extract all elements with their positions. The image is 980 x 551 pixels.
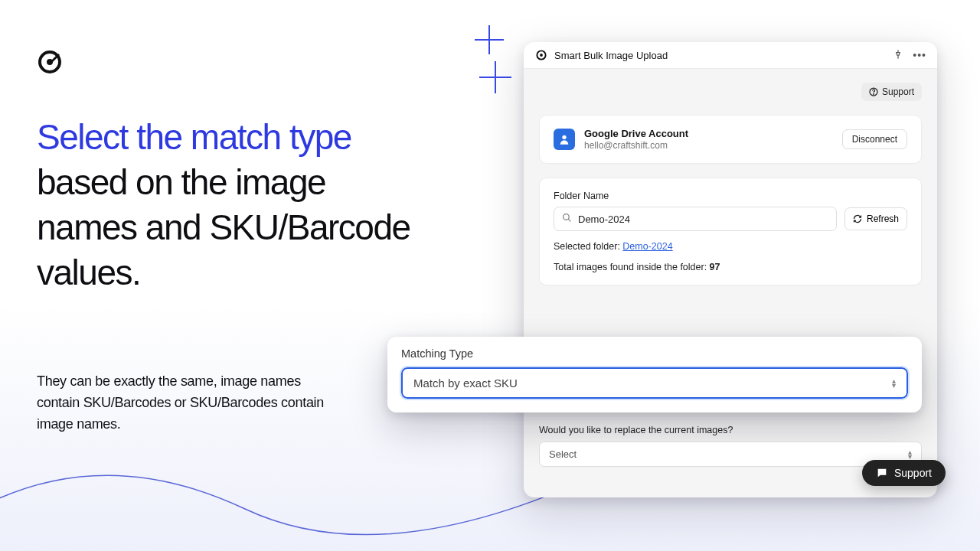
search-icon: [562, 213, 572, 225]
pin-icon[interactable]: [893, 49, 903, 62]
svg-point-7: [564, 214, 570, 220]
total-images-line: Total images found inside the folder: 97: [554, 262, 907, 272]
svg-point-3: [540, 54, 543, 57]
selected-folder-line: Selected folder: Demo-2024: [554, 241, 907, 252]
account-title: Google Drive Account: [584, 128, 833, 139]
svg-point-1: [47, 59, 53, 65]
svg-point-6: [562, 135, 566, 139]
total-count: 97: [710, 262, 720, 272]
account-card: Google Drive Account hello@craftshift.co…: [539, 115, 922, 164]
avatar: [554, 129, 575, 150]
selected-folder-link[interactable]: Demo-2024: [622, 241, 672, 252]
matching-type-select[interactable]: Match by exact SKU ▴▾: [401, 367, 908, 399]
marketing-headline: Select the match type based on the image…: [37, 115, 420, 295]
disconnect-button[interactable]: Disconnect: [842, 129, 907, 149]
chat-icon: [876, 467, 888, 479]
folder-label: Folder Name: [554, 191, 907, 201]
titlebar: Smart Bulk Image Upload •••: [524, 42, 937, 69]
refresh-icon: [853, 214, 862, 223]
selected-folder-prefix: Selected folder:: [554, 241, 622, 252]
total-prefix: Total images found inside the folder:: [554, 262, 710, 272]
replace-card: Would you like to replace the current im…: [539, 425, 922, 467]
window-title: Smart Bulk Image Upload: [554, 50, 887, 61]
support-button[interactable]: Support: [861, 83, 922, 101]
app-icon: [534, 48, 548, 62]
replace-placeholder: Select: [549, 448, 577, 460]
replace-label: Would you like to replace the current im…: [539, 425, 922, 435]
support-pill-label: Support: [894, 467, 932, 479]
account-email: hello@craftshift.com: [584, 140, 833, 151]
headline-highlight: Select the match type: [37, 117, 351, 157]
folder-search-input[interactable]: Demo-2024: [554, 207, 837, 231]
replace-select[interactable]: Select ▴▾: [539, 442, 922, 467]
folder-input-value: Demo-2024: [578, 214, 630, 225]
folder-card: Folder Name Demo-2024 Refresh Selected f…: [539, 178, 922, 285]
chevron-updown-icon: ▴▾: [908, 450, 912, 459]
matching-type-value: Match by exact SKU: [413, 377, 518, 390]
headline-rest: based on the image names and SKU/Barcode…: [37, 162, 410, 292]
support-chat-pill[interactable]: Support: [862, 460, 946, 486]
cross-mark: [479, 77, 511, 78]
svg-point-5: [874, 94, 874, 95]
refresh-label: Refresh: [867, 214, 899, 224]
more-icon[interactable]: •••: [913, 49, 926, 61]
help-icon: [869, 87, 878, 96]
matching-type-card: Matching Type Match by exact SKU ▴▾: [387, 337, 922, 412]
app-window: Smart Bulk Image Upload ••• Support Goog…: [524, 42, 937, 497]
decorative-wave: [0, 421, 597, 551]
support-button-label: Support: [882, 86, 914, 97]
app-logo: [37, 49, 63, 75]
refresh-button[interactable]: Refresh: [844, 207, 907, 230]
cross-mark: [475, 39, 504, 41]
matching-type-label: Matching Type: [401, 347, 908, 360]
marketing-subtext: They can be exactly the same, image name…: [37, 371, 343, 435]
chevron-updown-icon: ▴▾: [892, 379, 896, 388]
